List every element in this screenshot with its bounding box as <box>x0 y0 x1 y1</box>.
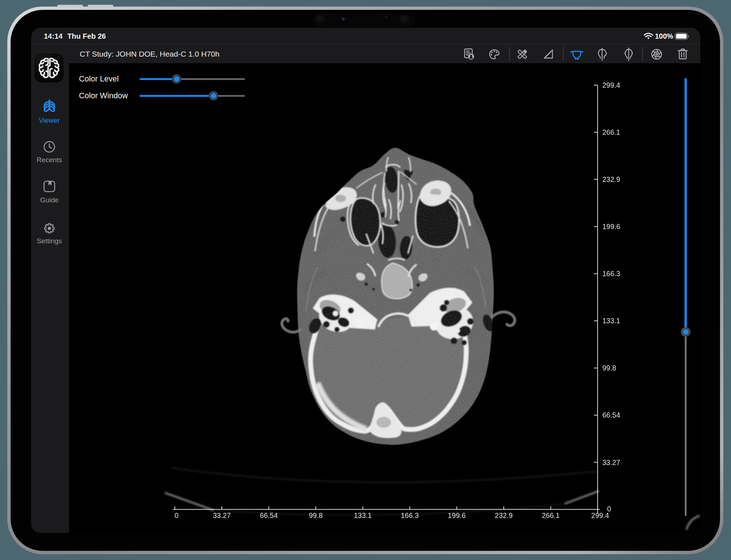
svg-text:33.27: 33.27 <box>602 458 620 466</box>
svg-text:99.8: 99.8 <box>309 511 323 519</box>
svg-text:66.54: 66.54 <box>260 511 278 519</box>
svg-text:133.1: 133.1 <box>354 511 372 519</box>
svg-text:266.1: 266.1 <box>542 511 560 519</box>
svg-text:0: 0 <box>175 511 179 519</box>
svg-text:266.1: 266.1 <box>602 128 620 136</box>
svg-text:33.27: 33.27 <box>213 511 231 519</box>
svg-text:166.3: 166.3 <box>602 270 620 278</box>
svg-text:99.8: 99.8 <box>602 364 616 372</box>
svg-text:66.54: 66.54 <box>602 411 620 419</box>
svg-text:299.4: 299.4 <box>602 81 620 89</box>
svg-text:199.6: 199.6 <box>448 511 466 519</box>
svg-text:133.1: 133.1 <box>602 317 620 325</box>
svg-text:166.3: 166.3 <box>401 511 419 519</box>
svg-text:299.4: 299.4 <box>591 511 609 519</box>
svg-text:232.9: 232.9 <box>495 511 513 519</box>
svg-text:199.6: 199.6 <box>602 222 620 231</box>
svg-text:232.9: 232.9 <box>602 175 620 183</box>
